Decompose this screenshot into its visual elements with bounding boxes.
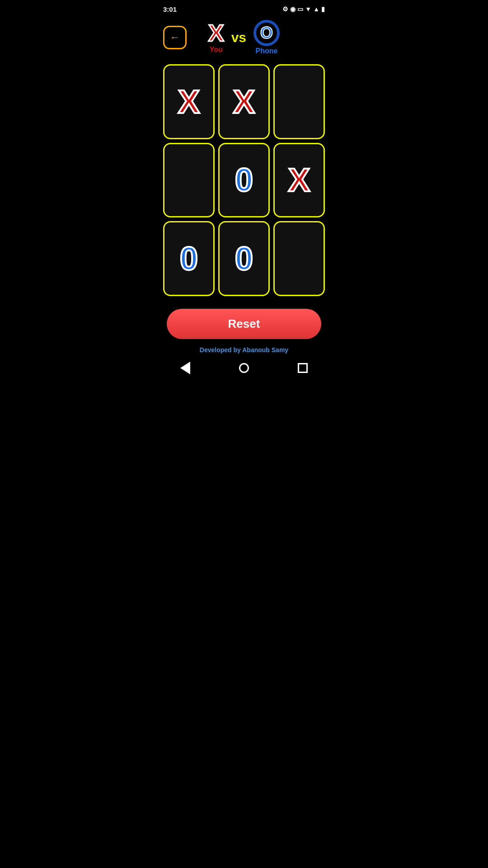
- sd-icon: ▭: [297, 5, 303, 13]
- cell-1[interactable]: X: [218, 64, 270, 139]
- nav-recents-button[interactable]: [295, 360, 311, 376]
- cell-0-value: X: [178, 85, 200, 118]
- wifi-icon: ▼: [305, 5, 311, 13]
- recording-icon: ◉: [290, 5, 296, 13]
- status-bar: 3:01 ⚙ ◉ ▭ ▼ ▲ ▮: [156, 0, 332, 16]
- nav-back-button[interactable]: [177, 360, 193, 376]
- developer-credit: Developed by Abanoub Samy: [156, 343, 332, 356]
- reset-section: Reset: [156, 302, 332, 343]
- cell-5-value: X: [288, 164, 310, 196]
- player-o-label: Phone: [256, 47, 278, 55]
- cell-6[interactable]: 0: [163, 221, 215, 296]
- game-header: ← X You vs O Phone: [156, 16, 332, 59]
- player-x-symbol: X: [208, 21, 224, 45]
- vs-label: vs: [231, 30, 246, 45]
- reset-button[interactable]: Reset: [167, 309, 321, 339]
- battery-icon: ▮: [321, 5, 325, 13]
- player-o-symbol: O: [253, 20, 280, 46]
- signal-icon: ▲: [313, 5, 319, 13]
- back-arrow-icon: ←: [170, 32, 180, 43]
- cell-4[interactable]: 0: [218, 143, 270, 218]
- player-x-section: X You: [208, 21, 224, 54]
- home-nav-icon: [239, 363, 249, 373]
- status-time: 3:01: [163, 5, 177, 13]
- cell-6-value: 0: [180, 242, 198, 275]
- status-icons: ⚙ ◉ ▭ ▼ ▲ ▮: [282, 5, 325, 13]
- cell-4-value: 0: [235, 164, 253, 196]
- cell-3[interactable]: [163, 143, 215, 218]
- cell-7-value: 0: [235, 242, 253, 275]
- cell-0[interactable]: X: [163, 64, 215, 139]
- cell-7[interactable]: 0: [218, 221, 270, 296]
- cell-8[interactable]: [273, 221, 325, 296]
- nav-bar: [156, 356, 332, 382]
- cell-5[interactable]: X: [273, 143, 325, 218]
- recents-nav-icon: [298, 363, 308, 373]
- cell-1-value: X: [233, 85, 255, 118]
- settings-icon: ⚙: [282, 5, 288, 13]
- cell-2[interactable]: [273, 64, 325, 139]
- nav-home-button[interactable]: [236, 360, 252, 376]
- player-x-label: You: [210, 46, 223, 54]
- game-board: X X 0 X 0 0: [156, 59, 332, 302]
- back-nav-icon: [180, 362, 190, 374]
- player-o-section: O Phone: [253, 20, 280, 55]
- back-button[interactable]: ←: [163, 26, 187, 49]
